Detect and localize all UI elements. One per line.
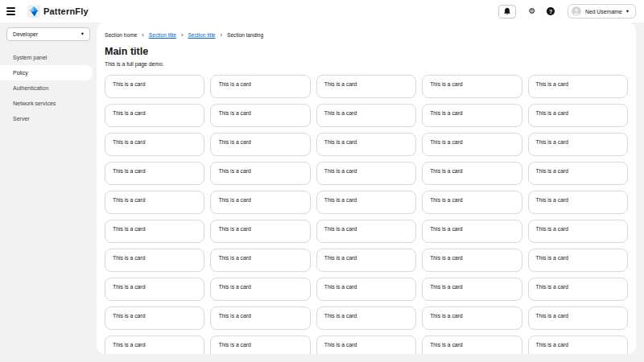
card-title: This is a card: [536, 226, 620, 232]
card: This is a card: [528, 278, 628, 301]
card-title: This is a card: [324, 110, 408, 116]
card: This is a card: [316, 220, 416, 243]
card-title: This is a card: [430, 139, 514, 145]
card: This is a card: [316, 335, 416, 355]
breadcrumb-separator-icon: ›: [142, 32, 144, 39]
breadcrumb-separator-icon: ›: [221, 32, 223, 39]
card-title: This is a card: [430, 226, 514, 232]
card-title: This is a card: [536, 197, 620, 203]
card: This is a card: [422, 191, 522, 214]
card: This is a card: [528, 104, 628, 127]
card: This is a card: [528, 249, 628, 272]
card: This is a card: [528, 75, 628, 98]
card-title: This is a card: [430, 313, 514, 319]
card: This is a card: [210, 104, 310, 127]
card-title: This is a card: [324, 255, 408, 261]
card-title: This is a card: [218, 81, 302, 87]
card: This is a card: [528, 162, 628, 185]
card: This is a card: [105, 306, 204, 330]
brand-name: PatternFly: [43, 6, 89, 16]
card-title: This is a card: [113, 168, 196, 174]
page-title: Main title: [105, 46, 628, 57]
card-title: This is a card: [536, 342, 620, 348]
card-title: This is a card: [218, 139, 302, 145]
sidebar-item-authentication[interactable]: Authentication: [0, 80, 97, 96]
card: This is a card: [105, 75, 204, 98]
sidebar-item-policy[interactable]: Policy: [0, 65, 93, 80]
sidebar-item-network-services[interactable]: Network services: [0, 96, 97, 111]
bell-icon[interactable]: [498, 5, 516, 19]
card: This is a card: [422, 220, 522, 243]
card-title: This is a card: [536, 168, 620, 174]
card: This is a card: [105, 104, 204, 127]
card: This is a card: [105, 335, 204, 355]
page-body: Developer ▾ System panelPolicyAuthentica…: [0, 23, 644, 362]
main-area: Section home›Section title›Section title…: [97, 23, 644, 362]
context-selector[interactable]: Developer ▾: [6, 27, 90, 41]
card: This is a card: [528, 220, 628, 243]
card: This is a card: [316, 249, 416, 272]
question-circle-icon[interactable]: ?: [545, 6, 556, 17]
caret-down-icon: ▾: [81, 31, 84, 37]
card: This is a card: [316, 306, 416, 330]
card: This is a card: [422, 162, 522, 185]
card-grid: This is a cardThis is a cardThis is a ca…: [105, 75, 628, 355]
card: This is a card: [528, 133, 628, 156]
card: This is a card: [210, 162, 310, 185]
card: This is a card: [422, 133, 522, 156]
card: This is a card: [105, 133, 204, 156]
card: This is a card: [422, 335, 522, 355]
card-title: This is a card: [218, 226, 302, 232]
card-title: This is a card: [324, 139, 408, 145]
card-title: This is a card: [324, 197, 408, 203]
card: This is a card: [210, 191, 310, 214]
card-title: This is a card: [430, 284, 514, 290]
card: This is a card: [105, 191, 204, 214]
user-name: Ned Username: [585, 9, 622, 14]
card: This is a card: [105, 162, 204, 185]
card: This is a card: [210, 133, 310, 156]
card: This is a card: [316, 133, 416, 156]
breadcrumb-item: Section home: [105, 32, 137, 38]
card: This is a card: [316, 104, 416, 127]
card-title: This is a card: [430, 168, 514, 174]
sidebar-item-system-panel[interactable]: System panel: [0, 50, 97, 65]
brand-logo: PatternFly: [27, 5, 89, 18]
page-description: This is a full page demo.: [105, 61, 628, 67]
card-title: This is a card: [324, 313, 408, 319]
card: This is a card: [422, 104, 522, 127]
card: This is a card: [105, 249, 204, 272]
card-title: This is a card: [113, 139, 196, 145]
question-glyph: ?: [547, 7, 555, 15]
masthead: PatternFly ⚙ ? Ned Username ▾: [0, 0, 644, 23]
gear-icon[interactable]: ⚙: [526, 6, 538, 17]
card-title: This is a card: [218, 110, 302, 116]
card: This is a card: [210, 335, 310, 355]
breadcrumb-item[interactable]: Section title: [188, 32, 215, 38]
sidebar-item-server[interactable]: Server: [0, 111, 97, 126]
breadcrumb: Section home›Section title›Section title…: [105, 32, 628, 39]
card-title: This is a card: [324, 226, 408, 232]
card-title: This is a card: [113, 81, 196, 87]
card: This is a card: [210, 249, 310, 272]
user-menu-dropdown[interactable]: Ned Username ▾: [568, 4, 636, 19]
card: This is a card: [316, 162, 416, 185]
card: This is a card: [422, 75, 522, 98]
card: This is a card: [105, 220, 204, 243]
sidebar: Developer ▾ System panelPolicyAuthentica…: [0, 23, 97, 362]
card-title: This is a card: [218, 284, 302, 290]
avatar: [572, 6, 581, 16]
card-title: This is a card: [113, 110, 196, 116]
hamburger-icon[interactable]: [6, 6, 19, 17]
card: This is a card: [422, 306, 522, 330]
card: This is a card: [316, 278, 416, 301]
breadcrumb-item[interactable]: Section title: [149, 32, 176, 38]
card-title: This is a card: [218, 255, 302, 261]
card: This is a card: [210, 306, 310, 330]
card-title: This is a card: [113, 284, 196, 290]
card-title: This is a card: [430, 342, 514, 348]
card: This is a card: [105, 278, 204, 301]
card-title: This is a card: [113, 313, 196, 319]
card-title: This is a card: [218, 168, 302, 174]
card-title: This is a card: [536, 255, 620, 261]
